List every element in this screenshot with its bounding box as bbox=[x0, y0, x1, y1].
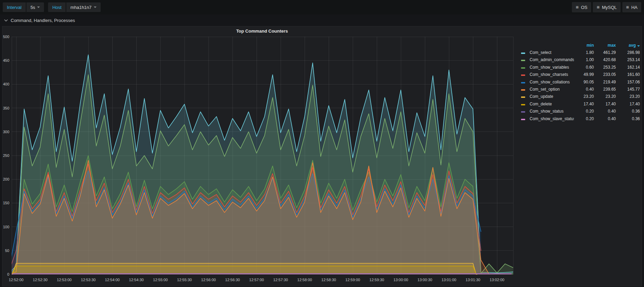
mysql-dashboard-button[interactable]: ≡ MySQL bbox=[593, 2, 621, 12]
host-variable-dropdown[interactable]: mha1h1n7 bbox=[66, 2, 100, 12]
x-axis-tick-label: 12:57:00 bbox=[249, 278, 264, 282]
ha-dashboard-button[interactable]: ≡ HA bbox=[622, 2, 641, 12]
legend-sort-avg[interactable]: avg bbox=[616, 43, 640, 48]
legend-series-row: Com_update23.2023.2023.20 bbox=[521, 93, 642, 100]
menu-icon: ≡ bbox=[576, 5, 578, 10]
sort-caret-icon bbox=[637, 45, 640, 47]
legend-avg-value: 145.77 bbox=[616, 87, 640, 92]
x-axis-tick-label: 12:52:30 bbox=[33, 278, 48, 282]
host-variable-value: mha1h1n7 bbox=[70, 5, 91, 10]
legend-swatch-cell bbox=[521, 65, 527, 70]
legend-avg-value: 286.98 bbox=[616, 50, 640, 55]
legend-avg-value: 162.14 bbox=[616, 65, 640, 70]
legend-min-value: 90.05 bbox=[574, 80, 594, 84]
x-axis-tick-label: 12:52:00 bbox=[9, 278, 24, 282]
legend-color-swatch[interactable] bbox=[521, 82, 525, 83]
y-axis-tick-label: 300 bbox=[3, 130, 9, 134]
legend-max-value: 253.25 bbox=[594, 65, 616, 70]
y-axis-tick-label: 250 bbox=[3, 153, 9, 158]
legend-avg-value: 23.20 bbox=[616, 94, 640, 99]
legend-color-swatch[interactable] bbox=[521, 104, 525, 105]
legend-series-row: Com_admin_commands1.00420.68253.14 bbox=[521, 56, 642, 64]
navbar: Interval 5s Host mha1h1n7 ≡ OS ≡ MySQL ≡… bbox=[0, 0, 644, 14]
legend-avg-value: 0.36 bbox=[616, 116, 640, 121]
x-axis-tick-label: 13:01:00 bbox=[442, 278, 456, 282]
legend-sort-max[interactable]: max bbox=[594, 43, 616, 48]
legend-series-name[interactable]: Com_show_collations bbox=[527, 80, 574, 84]
legend-min-value: 17.40 bbox=[574, 102, 594, 106]
legend-series-name[interactable]: Com_show_slave_status bbox=[527, 116, 574, 121]
chevron-down-icon bbox=[4, 19, 8, 22]
y-axis-tick-label: 400 bbox=[3, 82, 9, 86]
legend-swatch-cell bbox=[521, 102, 527, 106]
legend-series-row: Com_show_charsets49.99233.05161.60 bbox=[521, 71, 642, 78]
legend-series-name[interactable]: Com_select bbox=[527, 50, 574, 55]
interval-variable-label[interactable]: Interval bbox=[3, 2, 26, 12]
legend-swatch-cell bbox=[521, 109, 527, 114]
chevron-down-icon bbox=[37, 7, 40, 8]
legend-series-name[interactable]: Com_delete bbox=[527, 102, 574, 106]
y-axis-tick-label: 0 bbox=[7, 272, 9, 276]
x-axis-tick-label: 12:58:30 bbox=[321, 278, 336, 282]
y-axis-tick-label: 350 bbox=[3, 106, 9, 110]
legend-avg-value: 157.06 bbox=[616, 80, 640, 84]
legend-sort-min[interactable]: min bbox=[574, 43, 594, 48]
legend-series-row: Com_set_option0.40239.65145.77 bbox=[521, 85, 642, 93]
legend-max-value: 23.20 bbox=[594, 94, 616, 99]
legend-max-value: 461.29 bbox=[594, 50, 616, 55]
legend-color-swatch[interactable] bbox=[521, 96, 525, 98]
legend-series-name[interactable]: Com_set_option bbox=[527, 87, 574, 92]
legend-max-value: 0.40 bbox=[594, 109, 616, 114]
legend-color-swatch[interactable] bbox=[521, 60, 525, 61]
legend-swatch-cell bbox=[521, 87, 527, 92]
host-variable-label[interactable]: Host bbox=[48, 2, 66, 12]
legend-color-swatch[interactable] bbox=[521, 111, 525, 113]
legend-swatch-cell bbox=[521, 94, 527, 99]
legend-series-name[interactable]: Com_show_status bbox=[527, 109, 574, 114]
legend-max-value: 0.40 bbox=[594, 116, 616, 121]
x-axis-tick-label: 12:58:00 bbox=[297, 278, 312, 282]
x-axis-tick-label: 12:53:00 bbox=[57, 278, 72, 282]
legend-min-value: 1.80 bbox=[574, 50, 594, 55]
legend-min-value: 0.60 bbox=[574, 65, 594, 70]
legend-series-name[interactable]: Com_show_variables bbox=[527, 65, 574, 70]
legend-min-value: 0.40 bbox=[574, 87, 594, 92]
legend-max-value: 233.05 bbox=[594, 72, 616, 77]
legend-color-swatch[interactable] bbox=[521, 53, 525, 54]
legend-min-value: 23.20 bbox=[574, 94, 594, 99]
row-title: Command, Handlers, Processes bbox=[11, 18, 75, 23]
legend-max-value: 239.65 bbox=[594, 87, 616, 92]
x-axis-tick-label: 12:56:00 bbox=[201, 278, 216, 282]
menu-icon: ≡ bbox=[597, 5, 599, 10]
interval-variable-value: 5s bbox=[31, 5, 35, 10]
x-axis-tick-label: 12:55:00 bbox=[153, 278, 168, 282]
legend-avg-value: 17.40 bbox=[616, 102, 640, 106]
x-axis-tick-label: 13:02:00 bbox=[490, 278, 505, 282]
legend-series-name[interactable]: Com_update bbox=[527, 94, 574, 99]
legend-min-value: 0.20 bbox=[574, 109, 594, 114]
os-dashboard-button[interactable]: ≡ OS bbox=[572, 2, 591, 12]
series-line-Com_show_slave_status bbox=[10, 274, 511, 274]
legend-series-row: Com_show_slave_status0.200.400.36 bbox=[521, 115, 642, 122]
interval-variable-dropdown[interactable]: 5s bbox=[26, 2, 44, 12]
legend-color-swatch[interactable] bbox=[521, 74, 525, 76]
chart-svg[interactable]: 05010015020025030035040045050012:52:0012… bbox=[2, 26, 522, 287]
legend-series-row: Com_show_status0.200.400.36 bbox=[521, 108, 642, 115]
legend-series-row: Com_show_variables0.60253.25162.14 bbox=[521, 64, 642, 71]
legend-swatch-cell bbox=[521, 80, 527, 84]
legend-min-value: 0.20 bbox=[574, 116, 594, 121]
x-axis-tick-label: 13:01:30 bbox=[466, 278, 481, 282]
x-axis-tick-label: 12:57:30 bbox=[273, 278, 288, 282]
legend-avg-value: 253.14 bbox=[616, 57, 640, 62]
x-axis-tick-label: 13:00:00 bbox=[394, 278, 408, 282]
row-header-command-handlers-processes[interactable]: Command, Handlers, Processes bbox=[0, 14, 644, 26]
legend-series-name[interactable]: Com_admin_commands bbox=[527, 57, 574, 62]
legend-color-swatch[interactable] bbox=[521, 67, 525, 69]
x-axis-tick-label: 12:54:30 bbox=[129, 278, 144, 282]
legend-color-swatch[interactable] bbox=[521, 119, 525, 120]
series-area-Com_delete bbox=[12, 266, 477, 274]
legend-color-swatch[interactable] bbox=[521, 89, 525, 91]
legend-series-name[interactable]: Com_show_charsets bbox=[527, 72, 574, 77]
x-axis-tick-label: 12:59:00 bbox=[346, 278, 360, 282]
panel-top-command-counters: Top Command Counters 0501001502002503003… bbox=[2, 26, 642, 286]
